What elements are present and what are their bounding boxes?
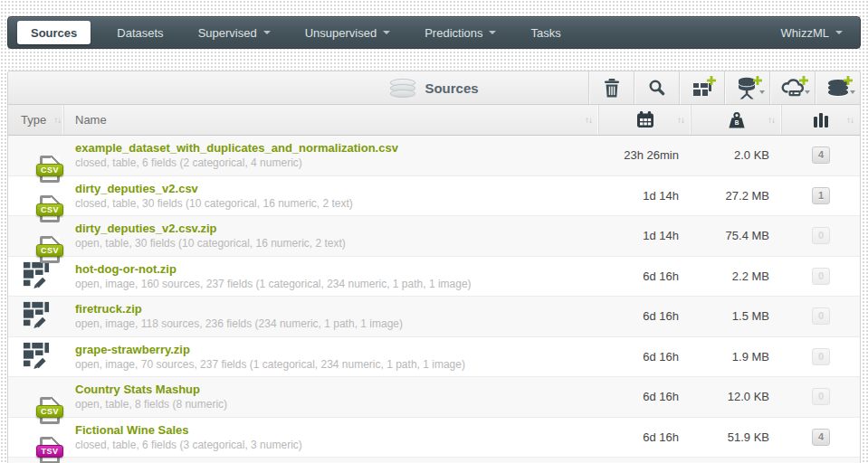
source-name-link[interactable]: example_dataset_with_duplicates_and_norm… (75, 141, 398, 155)
image-composite-icon (23, 300, 50, 332)
trash-icon (604, 79, 620, 98)
table-row[interactable]: firetruck.zip open, image, 118 sources, … (8, 297, 860, 337)
nav-item-unsupervised[interactable]: Unsupervised (288, 17, 408, 48)
source-size: 1.9 MB (692, 337, 782, 377)
source-details: open, image, 160 sources, 237 fields (1 … (75, 278, 472, 290)
chevron-down-icon (489, 31, 496, 34)
sort-icon[interactable]: ↑↓ (677, 115, 684, 125)
source-name-link[interactable]: Country Stats Mashup (75, 383, 200, 396)
source-age: 23h 26min (599, 136, 692, 175)
bar-chart-icon (813, 112, 829, 128)
sort-icon[interactable]: ↑↓ (846, 115, 854, 125)
source-size: 75.4 MB (692, 216, 782, 256)
svg-text:B: B (734, 119, 739, 126)
source-size: 2.2 MB (692, 257, 782, 297)
chevron-down-icon (383, 31, 390, 34)
source-name-link[interactable]: Fictional Wine Sales (75, 423, 189, 437)
create-composite-button[interactable] (679, 71, 724, 104)
plus-icon (844, 76, 853, 85)
nav-item-label: Tasks (530, 26, 560, 40)
table-row[interactable]: CSV example_dataset_with_duplicates_and_… (8, 136, 860, 176)
source-age: 6d 16h (599, 337, 692, 377)
source-name-link[interactable]: firetruck.zip (75, 302, 142, 316)
table-row[interactable]: CSV dirty_deputies_v2.csv.zip open, tabl… (8, 216, 860, 257)
sources-panel: Sources (7, 71, 861, 463)
weight-icon: B (728, 112, 746, 128)
column-header-age[interactable]: ↑↓ (599, 105, 692, 135)
column-label: Name (75, 113, 107, 127)
nav-item-label: Supervised (198, 26, 257, 40)
dataset-count-badge: 0 (812, 388, 830, 405)
table-row[interactable]: hot-dog-or-not.zip open, image, 160 sour… (8, 257, 860, 298)
table-row[interactable]: CSV dirty_deputies_v2.csv closed, table,… (8, 176, 860, 217)
panel-title: Sources (424, 80, 478, 96)
search-sources-button[interactable] (634, 71, 679, 104)
sort-icon[interactable]: ↑↓ (53, 115, 61, 125)
source-age: 1d 14h (599, 176, 692, 216)
table-row[interactable]: TSV Fictional Wine Sales closed, table, … (8, 418, 860, 458)
source-details: open, table, 8 fields (8 numeric) (75, 398, 227, 411)
nav-item-sources[interactable]: Sources (17, 21, 91, 44)
plus-icon (753, 76, 762, 85)
source-details: closed, table, 6 fields (3 categorical, … (75, 439, 302, 451)
source-details: open, image, 70 sources, 237 fields (1 c… (75, 358, 465, 371)
column-label: Type (21, 113, 46, 127)
search-icon (648, 79, 666, 97)
dataset-count-badge: 0 (812, 268, 830, 285)
nav-item-whizzml[interactable]: WhizzML (764, 17, 860, 48)
source-age: 6d 16h (599, 377, 692, 417)
sources-db-icon (389, 79, 416, 98)
create-dataset-button[interactable] (724, 71, 769, 104)
nav-item-datasets[interactable]: Datasets (100, 17, 180, 48)
source-details: closed, table, 6 fields (2 categorical, … (75, 156, 302, 169)
plus-icon (799, 76, 808, 85)
table-row[interactable]: grape-strawberry.zip open, image, 70 sou… (8, 337, 860, 378)
sort-icon[interactable]: ↑↓ (768, 115, 775, 125)
nav-item-predictions[interactable]: Predictions (407, 17, 513, 48)
table-header: Type ↑↓ Name ↑↓ ↑↓ B ↑↓ (8, 105, 860, 136)
nav-item-label: WhizzML (781, 26, 829, 40)
create-cloud-source-button[interactable] (769, 71, 815, 104)
source-size: 2.0 KB (692, 136, 782, 175)
dataset-count-badge: 0 (812, 227, 830, 244)
column-header-name[interactable]: Name ↑↓ (64, 105, 599, 135)
create-source-button[interactable] (815, 71, 860, 104)
partial-next-row (8, 458, 860, 463)
sources-list: CSV example_dataset_with_duplicates_and_… (8, 136, 860, 463)
nav-item-label: Predictions (424, 26, 482, 40)
image-composite-icon (23, 260, 50, 292)
source-age: 6d 16h (599, 418, 692, 458)
dropdown-caret-icon (759, 90, 765, 94)
toolbar-actions (588, 71, 860, 104)
sort-icon[interactable]: ↑↓ (585, 115, 592, 125)
dataset-count-badge: 0 (812, 348, 830, 365)
chevron-down-icon (263, 31, 271, 34)
source-size: 12.0 KB (692, 377, 782, 417)
column-header-datasets[interactable]: ↑↓ (782, 105, 860, 135)
source-size: 27.2 MB (692, 176, 782, 216)
source-size: 51.9 KB (692, 418, 782, 458)
sources-toolbar: Sources (8, 71, 860, 105)
table-row[interactable]: CSV Country Stats Mashup open, table, 8 … (8, 377, 860, 418)
delete-sources-button[interactable] (588, 71, 634, 104)
source-details: open, image, 118 sources, 236 fields (23… (75, 317, 403, 330)
calendar-icon (636, 111, 654, 128)
source-details: closed, table, 30 fields (10 categorical… (75, 197, 353, 210)
image-composite-icon (23, 341, 50, 373)
nav-item-supervised[interactable]: Supervised (181, 17, 288, 48)
source-name-link[interactable]: hot-dog-or-not.zip (75, 262, 176, 276)
dataset-count-badge: 4 (812, 146, 830, 164)
dataset-count-badge: 4 (812, 429, 830, 446)
nav-item-tasks[interactable]: Tasks (513, 17, 577, 48)
column-header-type[interactable]: Type ↑↓ (8, 105, 64, 135)
nav-item-label: Datasets (117, 26, 163, 40)
source-name-link[interactable]: grape-strawberry.zip (75, 343, 190, 356)
source-name-link[interactable]: dirty_deputies_v2.csv (75, 182, 198, 195)
source-size: 1.5 MB (692, 297, 782, 336)
chevron-down-icon (835, 31, 843, 34)
source-age: 1d 14h (599, 216, 692, 256)
source-name-link[interactable]: dirty_deputies_v2.csv.zip (75, 222, 217, 235)
nav-item-label: Unsupervised (305, 26, 377, 40)
column-header-size[interactable]: B ↑↓ (692, 105, 782, 135)
source-age: 6d 16h (599, 257, 692, 297)
